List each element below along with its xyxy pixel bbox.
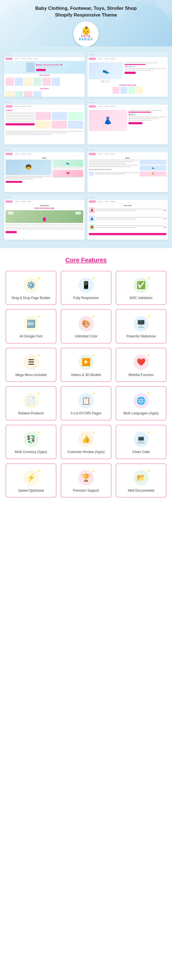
feature-star: ✦: [37, 430, 40, 434]
feature-card-related: 📄 ✦ Related Products: [6, 386, 57, 420]
feature-label: W3C Validation: [129, 296, 153, 301]
feature-star: ✦: [92, 430, 95, 434]
feature-label: Customer Review (Apps): [67, 450, 104, 455]
feature-label: All Google Font: [19, 334, 43, 339]
feature-star: ✦: [92, 276, 95, 280]
feature-star: ✦: [92, 469, 95, 473]
logo-container: 👶 CUTE BABIES: [6, 21, 166, 46]
feature-star: ✦: [147, 392, 150, 396]
feature-icon-wrap: 📄 ✦: [23, 392, 39, 409]
feature-icon-bg: 🏆: [79, 470, 94, 485]
feature-card-cms: 📋 ✦ A Lot Of CMS Pages: [61, 386, 111, 420]
feature-star: ✦: [147, 430, 150, 434]
feature-icon: 🎨: [82, 320, 90, 328]
feature-icon: ☰: [28, 358, 34, 366]
feature-icon-bg: 🌐: [134, 393, 149, 409]
feature-icon-wrap: ❤️ ✦: [133, 354, 149, 371]
feature-star: ✦: [92, 315, 95, 319]
feature-icon: 📂: [137, 474, 145, 482]
feature-star: ✦: [92, 392, 95, 396]
feature-label: Well Documented: [128, 488, 155, 493]
screenshots-grid: Baby Accessories ✿ New Arrivals Top Sell…: [4, 52, 168, 240]
feature-icon: 🔤: [27, 320, 35, 328]
screenshots-section: Baby Accessories ✿ New Arrivals Top Sell…: [0, 46, 172, 248]
feature-icon-bg: 👍: [79, 431, 94, 447]
feature-icon: 💱: [27, 435, 35, 444]
feature-label: Wishlist Function: [128, 373, 154, 377]
feature-icon-wrap: 🌐 ✦: [133, 392, 149, 409]
feature-label: Videos & 3D Models: [71, 373, 101, 377]
screenshot-blog2: News Recent questions and answers: [87, 147, 168, 192]
screenshot-product-list: 👟: [87, 52, 168, 97]
feature-star: ✦: [37, 469, 40, 473]
feature-label: Related Products: [18, 411, 44, 416]
feature-card-slideshow: 🖥️ ✦ Powerful Slideshow: [115, 309, 166, 344]
feature-star: ✦: [147, 469, 150, 473]
feature-icon-bg: 📱: [79, 277, 94, 293]
feature-icon: 📋: [82, 396, 90, 405]
feature-card-wishlist: ❤️ ✦ Wishlist Function: [115, 348, 166, 382]
feature-icon-wrap: 🎨 ✦: [77, 315, 95, 332]
feature-label: Drag & Drop Page Builder: [12, 296, 50, 301]
feature-icon-wrap: 📂 ✦: [133, 469, 149, 486]
feature-icon-bg: 📂: [134, 470, 149, 485]
feature-icon-bg: 🔤: [24, 316, 39, 331]
feature-label: Speed Optimized: [18, 488, 44, 493]
feature-card-currency: 💱 ✦ Multi Currency (Apps): [6, 425, 57, 459]
features-section: Core Features ⚙️ ✦ Drag & Drop Page Buil…: [0, 248, 172, 506]
feature-icon-wrap: 📱 ✦: [77, 277, 95, 294]
feature-label: Multi Currency (Apps): [15, 450, 47, 455]
feature-icon-wrap: 🖥️ ✦: [133, 315, 149, 332]
feature-icon-bg: ⚡: [24, 470, 39, 485]
screenshot-category: Clothing: [4, 100, 85, 145]
feature-card-unlimited-color: 🎨 ✦ Unlimited Color: [61, 309, 111, 344]
feature-card-drag-drop: ⚙️ ✦ Drag & Drop Page Builder: [6, 271, 57, 305]
feature-icon-wrap: 🏆 ✦: [77, 469, 95, 486]
feature-label: Unlimited Color: [74, 334, 98, 339]
feature-icon-bg: ✅: [134, 277, 149, 293]
features-grid: ⚙️ ✦ Drag & Drop Page Builder 📱 ✦ Fully …: [6, 271, 166, 498]
feature-card-languages: 🌐 ✦ Multi Languages (Apps): [115, 386, 166, 420]
feature-star: ✦: [37, 315, 40, 319]
feature-icon: 🌐: [137, 396, 145, 405]
feature-icon-bg: 📋: [79, 393, 94, 409]
feature-label: Powerful Slideshow: [126, 334, 156, 339]
feature-icon-wrap: 💱 ✦: [23, 431, 39, 448]
logo-icon: 👶: [81, 27, 91, 35]
feature-icon-wrap: ⚙️ ✦: [23, 277, 39, 294]
feature-icon-bg: ❤️: [134, 355, 149, 370]
feature-icon-bg: ⚙️: [24, 277, 39, 293]
feature-icon-wrap: ⚡ ✦: [23, 469, 39, 486]
feature-star: ✦: [147, 353, 150, 357]
feature-card-review: 👍 ✦ Customer Review (Apps): [61, 425, 111, 459]
screenshot-home1: Baby Accessories ✿ New Arrivals Top Sell…: [4, 52, 85, 97]
feature-card-clean-code: 💻 ✦ Clean Code: [115, 425, 166, 459]
feature-icon: 👍: [82, 435, 90, 444]
feature-card-google-font: 🔤 ✦ All Google Font: [6, 309, 57, 344]
feature-icon-wrap: 👍 ✦: [77, 431, 95, 448]
features-title: Core Features: [6, 256, 166, 264]
feature-star: ✦: [147, 315, 150, 319]
feature-card-w3c: ✅ ✦ W3C Validation: [115, 271, 166, 305]
feature-card-speed: ⚡ ✦ Speed Optimized: [6, 463, 57, 498]
feature-icon-bg: ☰: [24, 355, 39, 370]
page-title: Baby Clothing, Footwear, Toys, Stroller …: [6, 5, 166, 19]
feature-icon: 📄: [27, 396, 35, 405]
screenshot-cart: Your Cart 🧸 $12 👗 $24 🎒: [87, 195, 168, 240]
feature-label: Multi Languages (Apps): [123, 411, 159, 416]
feature-icon-bg: 🎨: [79, 316, 94, 331]
feature-icon: 🖥️: [137, 320, 145, 328]
feature-star: ✦: [37, 392, 40, 396]
feature-icon-wrap: 🔤 ✦: [23, 315, 39, 332]
feature-icon-wrap: 💻 ✦: [133, 431, 149, 448]
feature-icon: ⚡: [27, 474, 35, 482]
feature-star: ✦: [92, 353, 95, 357]
logo-box: 👶 CUTE BABIES: [73, 21, 99, 46]
feature-icon-wrap: ▶️ ✦: [77, 354, 95, 371]
feature-label: Clean Code: [132, 450, 150, 455]
feature-icon: ❤️: [137, 358, 145, 366]
feature-icon: 💻: [137, 435, 145, 444]
feature-card-responsive: 📱 ✦ Fully Responsive: [61, 271, 111, 305]
feature-icon: ▶️: [82, 358, 90, 366]
feature-card-mega-menu: ☰ ✦ Mega Menu Included: [6, 348, 57, 382]
